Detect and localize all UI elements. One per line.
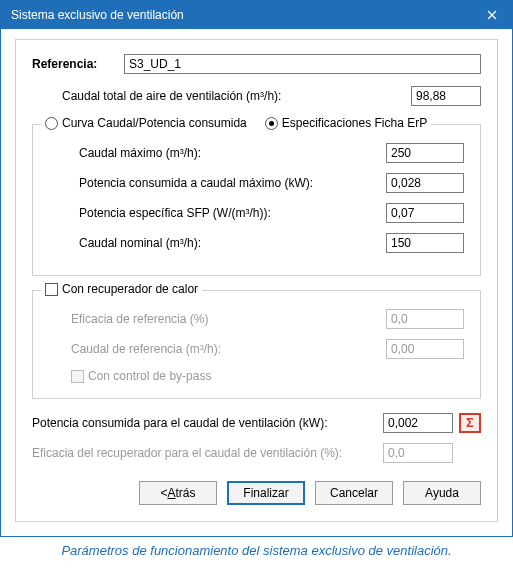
recov-eff-result-label: Eficacia del recuperador para el caudal … — [32, 446, 383, 460]
close-button[interactable] — [472, 1, 512, 29]
help-button[interactable]: Ayuda — [403, 481, 481, 505]
radio-icon — [265, 117, 278, 130]
consumed-power-label: Potencia consumida para el caudal de ven… — [32, 416, 383, 430]
max-flow-row: Caudal máximo (m³/h): — [49, 143, 464, 163]
radio-erp-label: Especificaciones Ficha ErP — [282, 116, 427, 130]
heat-recovery-legend: Con recuperador de calor — [41, 282, 202, 296]
total-airflow-label: Caudal total de aire de ventilación (m³/… — [62, 89, 411, 103]
reference-input[interactable] — [124, 54, 481, 74]
bypass-checkbox: Con control de by-pass — [71, 369, 211, 383]
figure-caption: Parámetros de funcionamiento del sistema… — [0, 543, 513, 558]
radio-curve-label: Curva Caudal/Potencia consumida — [62, 116, 247, 130]
recovery-flow-label: Caudal de referencia (m³/h): — [71, 342, 386, 356]
sigma-button[interactable]: Σ — [459, 413, 481, 433]
recovery-eff-input — [386, 309, 464, 329]
reference-row: Referencia: — [32, 54, 481, 74]
max-power-row: Potencia consumida a caudal máximo (kW): — [49, 173, 464, 193]
radio-icon — [45, 117, 58, 130]
max-power-input[interactable] — [386, 173, 464, 193]
consumed-power-input[interactable] — [383, 413, 453, 433]
cancel-button[interactable]: Cancelar — [315, 481, 393, 505]
max-power-label: Potencia consumida a caudal máximo (kW): — [79, 176, 386, 190]
recov-eff-result-input — [383, 443, 453, 463]
heat-recovery-group: Con recuperador de calor Eficacia de ref… — [32, 290, 481, 399]
nominal-flow-input[interactable] — [386, 233, 464, 253]
reference-label: Referencia: — [32, 57, 124, 71]
sigma-icon: Σ — [466, 415, 474, 430]
total-airflow-row: Caudal total de aire de ventilación (m³/… — [32, 86, 481, 106]
bypass-row: Con control de by-pass — [49, 369, 464, 386]
finish-button[interactable]: Finalizar — [227, 481, 305, 505]
sfp-row: Potencia específica SFP (W/(m³/h)): — [49, 203, 464, 223]
client-area: Referencia: Caudal total de aire de vent… — [1, 29, 512, 536]
form-panel: Referencia: Caudal total de aire de vent… — [15, 39, 498, 522]
sfp-label: Potencia específica SFP (W/(m³/h)): — [79, 206, 386, 220]
max-flow-input[interactable] — [386, 143, 464, 163]
nominal-flow-row: Caudal nominal (m³/h): — [49, 233, 464, 253]
close-icon — [487, 10, 497, 20]
radio-curve[interactable]: Curva Caudal/Potencia consumida — [45, 116, 247, 130]
spec-mode-group: Curva Caudal/Potencia consumida Especifi… — [32, 124, 481, 276]
spec-mode-legend: Curva Caudal/Potencia consumida Especifi… — [41, 116, 431, 130]
radio-erp[interactable]: Especificaciones Ficha ErP — [265, 116, 427, 130]
recovery-flow-input — [386, 339, 464, 359]
checkbox-icon — [45, 283, 58, 296]
sfp-input[interactable] — [386, 203, 464, 223]
dialog-window: Sistema exclusivo de ventilación Referen… — [0, 0, 513, 537]
button-row: < Atrás Finalizar Cancelar Ayuda — [32, 481, 481, 505]
consumed-power-row: Potencia consumida para el caudal de ven… — [32, 413, 481, 433]
window-title: Sistema exclusivo de ventilación — [11, 8, 472, 22]
recovery-eff-label: Eficacia de referencia (%) — [71, 312, 386, 326]
nominal-flow-label: Caudal nominal (m³/h): — [79, 236, 386, 250]
total-airflow-input[interactable] — [411, 86, 481, 106]
checkbox-icon — [71, 370, 84, 383]
max-flow-label: Caudal máximo (m³/h): — [79, 146, 386, 160]
heat-recovery-label: Con recuperador de calor — [62, 282, 198, 296]
back-button[interactable]: < Atrás — [139, 481, 217, 505]
recovery-eff-row: Eficacia de referencia (%) — [49, 309, 464, 329]
titlebar: Sistema exclusivo de ventilación — [1, 1, 512, 29]
recov-eff-result-row: Eficacia del recuperador para el caudal … — [32, 443, 481, 463]
heat-recovery-checkbox[interactable]: Con recuperador de calor — [45, 282, 198, 296]
bypass-label: Con control de by-pass — [88, 369, 211, 383]
recovery-flow-row: Caudal de referencia (m³/h): — [49, 339, 464, 359]
